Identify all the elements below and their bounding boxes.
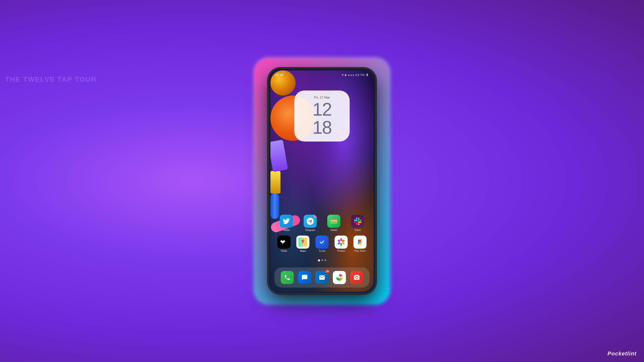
- clock-minute: 18: [312, 117, 332, 138]
- tidal-icon-img: [277, 236, 291, 249]
- clock-hour: 12: [312, 99, 332, 119]
- phone-body: 12:18 ⚙ ◉ ▲▲▲ ((•)) 75% 🔋 Fri, 17 Mar 12…: [268, 68, 376, 294]
- tidal-wave-icon: [280, 239, 288, 245]
- photos-label: Photos: [337, 250, 345, 252]
- dock: 15: [274, 267, 370, 288]
- watermark: Pocketlint: [608, 350, 636, 357]
- app-maps[interactable]: Maps: [294, 236, 312, 252]
- dock-chrome[interactable]: [333, 271, 346, 284]
- app-playstore[interactable]: Play Store: [351, 236, 369, 252]
- svg-point-22: [339, 277, 340, 279]
- playstore-label: Play Store: [354, 250, 366, 252]
- telegram-label: Telegram: [305, 229, 315, 232]
- slack-label: Slack: [355, 229, 361, 232]
- twitter-icon-img: [280, 215, 293, 228]
- wallet-label: Wallet: [331, 229, 337, 232]
- tidal-label: TIDAL: [280, 250, 288, 252]
- app-todo[interactable]: To Do: [313, 236, 331, 252]
- app-grid: Twitter 1 Telegram: [270, 215, 374, 256]
- background-left: THE TWELVE TAP TOUR: [0, 0, 126, 362]
- watermark-text: Pocketlint: [608, 350, 636, 357]
- app-photos[interactable]: Photos: [332, 236, 350, 252]
- clock-date: Fri, 17 Mar: [302, 96, 342, 99]
- twitter-bird-icon: [283, 218, 290, 224]
- app-telegram[interactable]: 1 Telegram: [301, 215, 319, 232]
- dock-phone[interactable]: [281, 271, 294, 284]
- phone-screen: 12:18 ⚙ ◉ ▲▲▲ ((•)) 75% 🔋 Fri, 17 Mar 12…: [270, 70, 374, 292]
- app-twitter[interactable]: Twitter: [277, 215, 295, 232]
- wp-rect-2: [270, 171, 280, 194]
- message-bubble-icon: [301, 274, 308, 281]
- todo-checkmark-icon: [318, 239, 326, 246]
- app-wallet[interactable]: Wallet: [325, 215, 343, 232]
- settings-icon: ⚙: [342, 74, 344, 76]
- camera-lens-icon: [353, 274, 360, 281]
- wallet-cards-icon: [330, 218, 338, 224]
- wallet-icon-img: [327, 215, 340, 228]
- page-dot-3: [325, 259, 326, 261]
- clock-widget: Fri, 17 Mar 12 18: [294, 90, 350, 142]
- phone-shell: 12:18 ⚙ ◉ ▲▲▲ ((•)) 75% 🔋 Fri, 17 Mar 12…: [268, 68, 376, 294]
- status-time: 12:18: [275, 73, 283, 76]
- slack-icon-img: [351, 215, 364, 228]
- outlook-envelope-icon: [319, 274, 325, 281]
- maps-icon-img: [296, 236, 309, 249]
- bg-text: THE TWELVE TAP TOUR: [5, 75, 97, 83]
- photos-inner: [335, 236, 348, 249]
- outlook-badge: 15: [325, 270, 330, 273]
- photos-flower-icon: [337, 238, 345, 246]
- photos-icon-img: [335, 236, 348, 249]
- telegram-icon-img: 1: [304, 215, 317, 228]
- wifi-icon: ((•)): [355, 74, 359, 76]
- dock-messages[interactable]: [298, 271, 311, 284]
- maps-label: Maps: [300, 250, 306, 252]
- app-slack[interactable]: Slack: [349, 215, 367, 232]
- playstore-triangle-icon: [356, 238, 364, 246]
- page-dot-1: [318, 259, 320, 261]
- app-tidal[interactable]: TIDAL: [275, 236, 293, 252]
- slack-hash-icon: [354, 217, 361, 225]
- svg-point-18: [340, 241, 342, 243]
- battery-text: 75%: [360, 74, 365, 76]
- page-dots: [318, 259, 326, 261]
- dock-outlook[interactable]: 15: [315, 271, 329, 284]
- chrome-circle-icon: [336, 274, 343, 281]
- telegram-badge: 1: [314, 215, 317, 217]
- todo-icon-img: [315, 236, 329, 249]
- app-row-2: TIDAL: [274, 236, 370, 252]
- svg-rect-2: [331, 221, 338, 224]
- dock-camera[interactable]: [350, 271, 363, 284]
- status-icons: ⚙ ◉ ▲▲▲ ((•)) 75% 🔋: [342, 74, 369, 76]
- status-bar: 12:18 ⚙ ◉ ▲▲▲ ((•)) 75% 🔋: [270, 70, 374, 79]
- wp-rect-1: [270, 140, 288, 172]
- battery-icon: 🔋: [366, 74, 369, 76]
- playstore-icon-img: [353, 236, 367, 249]
- page-dot-2: [321, 259, 323, 261]
- maps-map-icon: [298, 238, 307, 247]
- telegram-plane-icon: [307, 218, 314, 225]
- todo-label: To Do: [319, 250, 325, 252]
- phone-call-icon: [284, 274, 291, 281]
- location-icon: ◉: [345, 74, 347, 76]
- signal-icon: ▲▲▲: [348, 74, 354, 76]
- app-row-1: Twitter 1 Telegram: [274, 215, 370, 232]
- twitter-label: Twitter: [283, 229, 290, 232]
- clock-time: 12 18: [302, 100, 342, 137]
